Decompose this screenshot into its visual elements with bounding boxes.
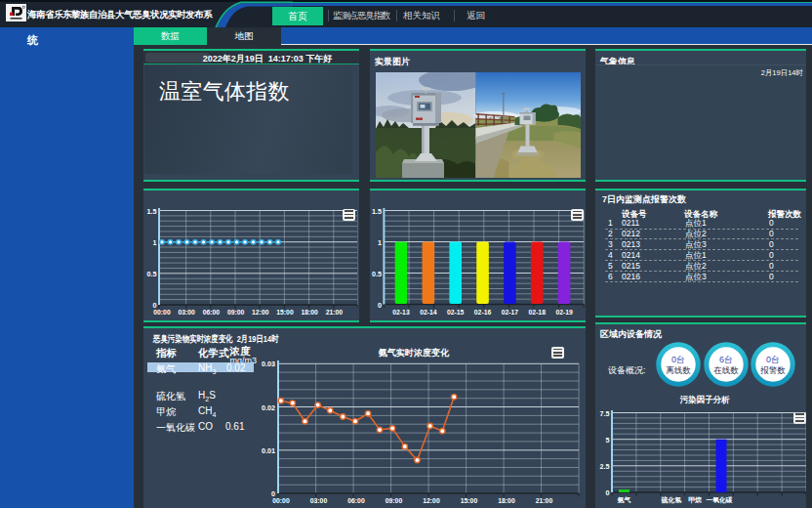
svg-text:1: 1	[153, 238, 157, 247]
svg-text:02-14: 02-14	[420, 309, 437, 316]
svg-text:02-17: 02-17	[502, 309, 519, 316]
svg-text:02-18: 02-18	[529, 309, 547, 316]
svg-text:02-19: 02-19	[555, 309, 573, 316]
svg-text:12:00: 12:00	[252, 309, 269, 316]
svg-text:03:00: 03:00	[179, 309, 196, 316]
svg-text:0台: 0台	[671, 355, 685, 364]
svg-text:0.02: 0.02	[262, 403, 275, 412]
svg-text:03:00: 03:00	[310, 497, 328, 504]
svg-text:06:00: 06:00	[347, 497, 365, 504]
svg-text:氨气: 氨气	[617, 496, 631, 504]
svg-text:0: 0	[378, 301, 382, 310]
svg-text:0.5: 0.5	[372, 270, 382, 278]
svg-text:21:00: 21:00	[536, 497, 553, 504]
svg-text:15:00: 15:00	[461, 497, 478, 504]
svg-text:在线数: 在线数	[713, 365, 739, 375]
svg-text:18:00: 18:00	[302, 309, 319, 316]
svg-text:0.01: 0.01	[262, 446, 275, 455]
svg-text:0台: 0台	[766, 355, 780, 364]
svg-text:15:00: 15:00	[276, 309, 294, 316]
svg-text:0.5: 0.5	[147, 270, 157, 278]
svg-text:1.5: 1.5	[372, 207, 382, 216]
svg-text:06:00: 06:00	[203, 309, 221, 316]
svg-text:一氧化碳: 一氧化碳	[706, 496, 732, 504]
svg-text:报警数: 报警数	[759, 365, 786, 375]
svg-text:09:00: 09:00	[227, 309, 245, 316]
svg-text:02-13: 02-13	[392, 309, 410, 316]
svg-text:7.5: 7.5	[600, 409, 610, 418]
svg-text:6台: 6台	[719, 355, 733, 364]
svg-text:1: 1	[378, 238, 382, 247]
svg-text:02-16: 02-16	[474, 309, 492, 316]
svg-text:2.5: 2.5	[600, 462, 610, 471]
svg-text:02-15: 02-15	[447, 309, 465, 316]
svg-text:09:00: 09:00	[386, 497, 403, 504]
svg-text:硫化氢: 硫化氢	[661, 496, 682, 504]
svg-text:离线数: 离线数	[666, 365, 691, 375]
svg-text:00:00: 00:00	[153, 309, 171, 316]
svg-text:21:00: 21:00	[326, 309, 344, 316]
svg-text:1.5: 1.5	[147, 207, 157, 216]
svg-text:0.03: 0.03	[262, 360, 275, 368]
svg-text:甲烷: 甲烷	[688, 496, 702, 504]
svg-text:0: 0	[606, 488, 610, 497]
svg-text:18:00: 18:00	[498, 497, 515, 504]
svg-text:00:00: 00:00	[272, 497, 290, 504]
svg-text:5: 5	[606, 436, 610, 444]
svg-text:12:00: 12:00	[423, 497, 440, 504]
